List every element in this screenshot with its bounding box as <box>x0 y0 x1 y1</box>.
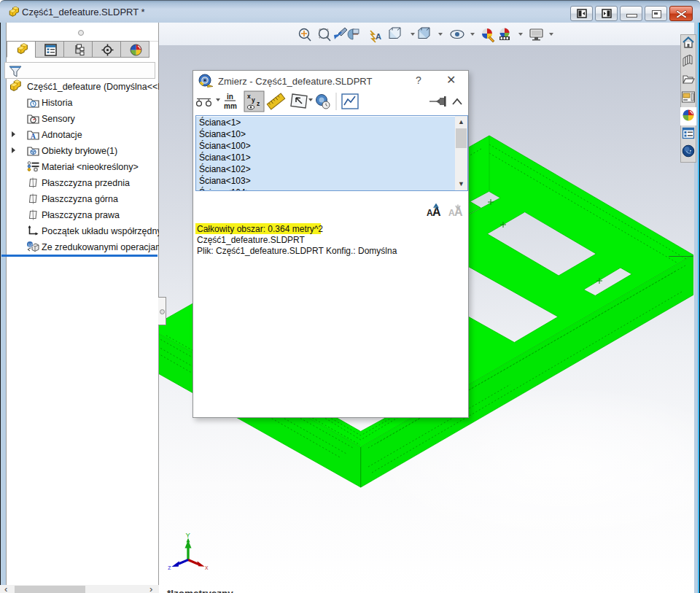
svg-text:in: in <box>227 93 233 101</box>
svg-text:123: 123 <box>28 243 34 247</box>
svg-text:mm: mm <box>224 102 237 110</box>
svg-text:A: A <box>376 32 381 41</box>
svg-text:z: z <box>168 563 171 571</box>
svg-text:Y: Y <box>186 531 191 539</box>
svg-text:x: x <box>205 564 209 571</box>
svg-text:A: A <box>31 133 36 140</box>
svg-text:x: x <box>247 93 251 100</box>
svg-text:y: y <box>252 96 255 104</box>
svg-text:z: z <box>257 100 260 107</box>
